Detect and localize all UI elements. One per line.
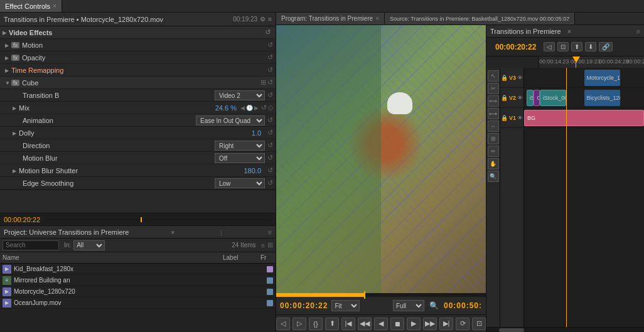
bg-clip[interactable]: BG [524,110,644,126]
zoom-tool-btn[interactable]: 🔍 [488,171,499,182]
direction-reset-icon[interactable]: ↺ [267,141,273,149]
animation-reset-icon[interactable]: ↺ [267,116,273,124]
mark-out-btn[interactable]: ▷ [292,318,306,330]
opacity-collapse-icon[interactable]: ▶ [5,55,10,60]
mix-expand-icon[interactable]: ▶ [13,105,18,110]
v3-eye-icon[interactable]: 👁 [517,75,523,81]
tl-lift-btn[interactable]: ⬆ [571,42,582,51]
timeline-close-btn[interactable]: × [567,28,571,35]
time-remap-collapse-icon[interactable]: ▶ [5,68,10,73]
list-item[interactable]: ▶ OceanJump.mov [0,297,276,309]
mix-reset-icon[interactable]: ↺ [261,104,267,112]
shutter-reset-icon[interactable]: ↺ [267,166,273,174]
effect-controls-close-btn[interactable]: × [53,3,56,9]
slip-tool-btn[interactable]: ↔ [488,120,499,132]
ffwd-btn[interactable]: ▶▶ [423,318,437,330]
tl-snap-btn[interactable]: 🔗 [599,42,613,51]
rewind-btn[interactable]: ◀ [374,318,388,330]
cube-clip[interactable]: Cube [534,90,540,106]
safe-btn[interactable]: ⊡ [472,318,486,330]
cube-collapse-icon[interactable]: ▼ [5,80,10,85]
edge-smoothing-reset-icon[interactable]: ↺ [267,179,273,187]
source-monitor-tab[interactable]: Source: Transitions in Premiere: Basketb… [385,13,575,24]
tl-extract-btn[interactable]: ⬇ [585,42,596,51]
menu-icon[interactable]: ≡ [268,16,272,23]
v1-eye-icon[interactable]: 👁 [517,115,523,121]
motion-reset-icon[interactable]: ↺ [267,41,273,49]
project-search-input[interactable] [3,240,59,250]
motion-blur-reset-icon[interactable]: ↺ [267,154,273,162]
bicyclists-clip[interactable]: Bicyclists_1280x720.mo [584,90,620,106]
isto-clip[interactable]: iSto [527,90,534,106]
play-btn[interactable]: ▶ [407,318,421,330]
mix-left-icon[interactable]: ◀ [240,105,245,111]
list-item[interactable]: ▶ Motorcycle_1280x720 [0,286,276,297]
list-item[interactable]: ≡ Mirrored Building an [0,275,276,286]
lift-btn[interactable]: ⬆ [325,318,339,330]
cube-settings-icon[interactable]: ⊞ [260,78,266,87]
effect-controls-tab[interactable]: Effect Controls × [0,0,62,12]
dolly-expand-icon[interactable]: ▶ [13,131,18,136]
list-view-icon[interactable]: ≡ [261,242,265,249]
dolly-label: Dolly [19,129,236,137]
scroll-thumb[interactable] [499,328,524,332]
prev-frame-btn[interactable]: ◀◀ [358,318,372,330]
v1-lock-icon[interactable]: 🔒 [501,115,508,121]
step-back-btn[interactable]: |◀ [341,318,355,330]
cube-reset-icon[interactable]: ↺ [267,78,273,87]
menu-icon-project[interactable]: ≡ [268,228,272,236]
istock-clip[interactable]: iStock_0000 [540,90,566,106]
dolly-reset-icon[interactable]: ↺ [267,129,273,137]
dolly-value[interactable]: 1.0 [236,129,261,137]
reset-icon[interactable]: ↺ [265,28,271,36]
select-tool-btn[interactable]: ↖ [488,70,499,82]
tl-razor-btn[interactable]: ⊡ [557,42,569,51]
roll-tool-btn[interactable]: ⟷ [488,108,499,119]
opacity-reset-icon[interactable]: ↺ [267,53,273,62]
monitor-progress-bar[interactable] [276,293,486,297]
shutter-expand-icon[interactable]: ▶ [13,168,18,173]
time-remap-reset-icon[interactable]: ↺ [267,66,273,74]
direction-select[interactable]: Right [215,141,265,151]
loop-btn[interactable]: ⟳ [456,318,470,330]
motion-blur-select[interactable]: Off [215,153,265,163]
motion-collapse-icon[interactable]: ▶ [5,43,10,48]
slide-tool-btn[interactable]: ⊞ [488,133,499,144]
transition-b-select[interactable]: Video 2 [215,90,265,100]
program-monitor-close-btn[interactable]: × [375,15,379,22]
icon-view-icon[interactable]: ⊞ [267,241,273,249]
transition-b-reset-icon[interactable]: ↺ [267,91,273,99]
mix-right-icon[interactable]: ▶ [254,105,259,111]
mix-stopwatch-icon[interactable]: 🕐 [246,105,253,111]
project-close-btn[interactable]: × [171,228,174,236]
tl-marker-btn[interactable]: ◁ [544,42,555,51]
razor-tool-btn[interactable]: ✂ [488,83,499,94]
in-select[interactable]: All [73,240,105,250]
edge-smoothing-select[interactable]: Low [215,178,265,188]
settings-icon[interactable]: ⚙ [260,16,266,23]
v3-lock-icon[interactable]: 🔒 [501,75,508,81]
animation-select[interactable]: Ease In Out Quad [196,115,265,126]
program-monitor-tab[interactable]: Program: Transitions in Premiere × [276,13,385,24]
motorcycle-clip[interactable]: Motorcycle_1280x720.mov [584,70,620,86]
shutter-value[interactable]: 180.0 [236,167,261,174]
mix-keyframe-icon[interactable]: ◇ [268,104,273,112]
v2-eye-icon[interactable]: 👁 [517,95,523,101]
step-fwd-btn[interactable]: ▶| [439,318,453,330]
hand-tool-btn[interactable]: ✋ [488,158,499,169]
list-item[interactable]: ▶ Kid_Breakfast_1280x [0,264,276,275]
horizontal-scrollbar[interactable] [486,327,644,332]
ripple-tool-btn[interactable]: ⟺ [488,95,499,107]
mix-value[interactable]: 24.6 % [212,104,237,112]
playhead-marker [572,56,580,63]
stop-btn[interactable]: ⏹ [390,318,404,330]
mark-in-btn[interactable]: ◁ [276,318,290,330]
collapse-icon[interactable]: ▶ [3,30,8,35]
pen-tool-btn[interactable]: ✏ [488,146,499,157]
quality-select[interactable]: Full [393,300,424,311]
fit-select[interactable]: Fit [331,300,360,311]
zoom-btn[interactable]: 🔍 [428,300,440,311]
timeline-menu-icon[interactable]: ≡ [636,28,640,35]
extract-btn[interactable]: {} [309,318,323,330]
v2-lock-icon[interactable]: 🔒 [501,95,508,101]
